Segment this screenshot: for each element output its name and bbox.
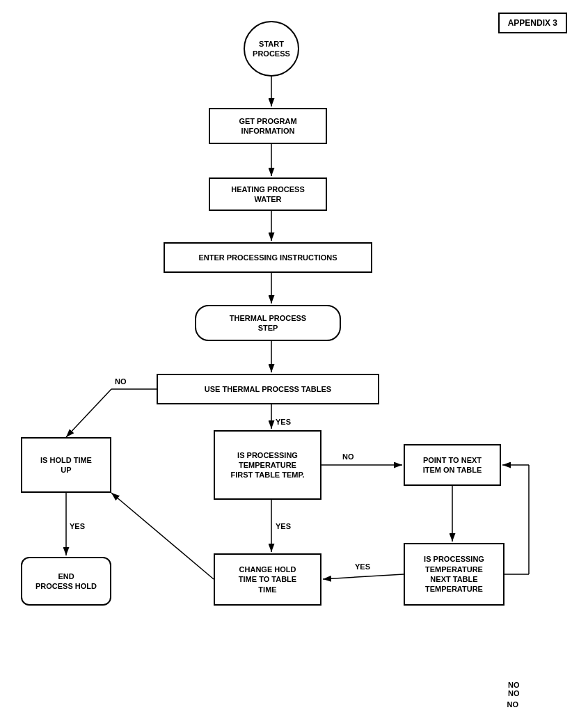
point-next-shape: POINT TO NEXTITEM ON TABLE bbox=[404, 444, 501, 486]
get-program-shape: GET PROGRAMINFORMATION bbox=[209, 108, 327, 144]
use-tables-shape: USE THERMAL PROCESS TABLES bbox=[157, 374, 379, 404]
heating-shape: HEATING PROCESSWATER bbox=[209, 177, 327, 211]
svg-text:NO: NO bbox=[508, 681, 520, 689]
start-shape: START PROCESS bbox=[244, 21, 299, 77]
svg-text:YES: YES bbox=[276, 522, 291, 530]
flowchart-container: APPENDIX 3 START PROCESS GET PROGRAMINFO… bbox=[0, 0, 588, 726]
svg-text:NO: NO bbox=[115, 377, 127, 386]
change-hold-shape: CHANGE HOLDTIME TO TABLETIME bbox=[214, 553, 321, 606]
svg-text:NO: NO bbox=[508, 689, 520, 697]
hold-time-shape: IS HOLD TIMEUP bbox=[21, 437, 111, 493]
svg-line-7 bbox=[66, 389, 111, 437]
enter-instructions-shape: ENTER PROCESSING INSTRUCTIONS bbox=[164, 242, 372, 273]
processing-temp-shape: IS PROCESSINGTEMPERATUREFIRST TABLE TEMP… bbox=[214, 430, 321, 500]
appendix-label: APPENDIX 3 bbox=[498, 13, 567, 33]
svg-line-16 bbox=[323, 574, 404, 579]
end-process-shape: ENDPROCESS HOLD bbox=[21, 557, 111, 606]
processing-next-shape: IS PROCESSINGTEMPERATURENEXT TABLETEMPER… bbox=[404, 543, 504, 606]
svg-text:YES: YES bbox=[276, 418, 291, 426]
svg-text:YES: YES bbox=[70, 522, 85, 530]
no-label-bottom: NO bbox=[507, 700, 519, 709]
svg-text:NO: NO bbox=[342, 452, 354, 461]
thermal-step-shape: THERMAL PROCESSSTEP bbox=[195, 305, 341, 341]
svg-line-25 bbox=[111, 493, 214, 579]
svg-text:YES: YES bbox=[355, 562, 370, 571]
